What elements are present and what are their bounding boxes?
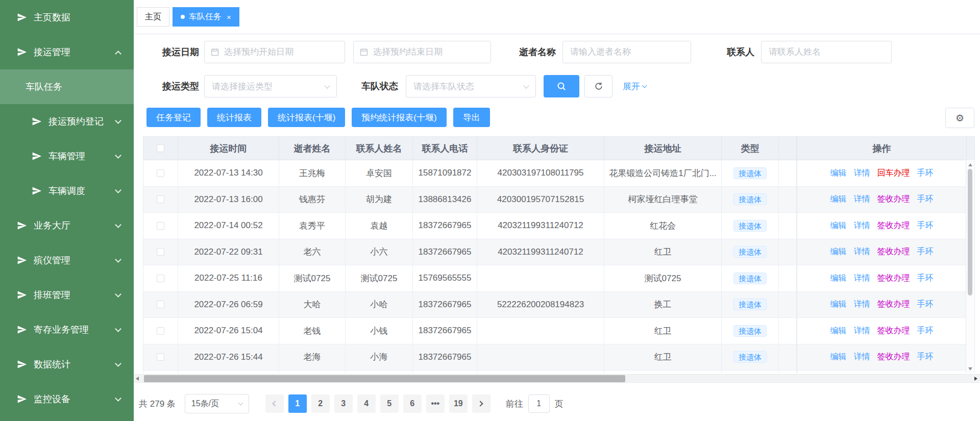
date-start-input[interactable] xyxy=(223,46,338,58)
action-link-magenta[interactable]: 签收办理 xyxy=(877,299,910,310)
row-checkbox[interactable] xyxy=(157,301,164,308)
action-link-blue[interactable]: 手环 xyxy=(917,299,934,310)
action-link-blue[interactable]: 详情 xyxy=(854,194,870,205)
row-checkbox[interactable] xyxy=(157,353,164,361)
refresh-button[interactable] xyxy=(584,75,612,97)
action-link-blue[interactable]: 手环 xyxy=(917,326,934,336)
scroll-up-icon[interactable] xyxy=(968,163,972,166)
table-cell: 18372667965 xyxy=(413,318,477,344)
toolbar-button[interactable]: 导出 xyxy=(453,108,490,127)
action-link-magenta[interactable]: 签收办理 xyxy=(877,273,910,284)
select-all-checkbox[interactable] xyxy=(157,144,164,152)
row-checkbox[interactable] xyxy=(157,195,164,203)
action-link-blue[interactable]: 编辑 xyxy=(830,273,847,284)
row-checkbox[interactable] xyxy=(157,275,164,282)
page-button[interactable]: 5 xyxy=(380,394,399,413)
action-link-blue[interactable]: 编辑 xyxy=(830,168,847,179)
horizontal-scrollbar[interactable] xyxy=(134,374,980,383)
scroll-right-icon[interactable] xyxy=(974,377,977,381)
action-link-blue[interactable]: 手环 xyxy=(917,194,934,205)
page-button[interactable]: 3 xyxy=(334,394,353,413)
action-link-blue[interactable]: 详情 xyxy=(854,168,870,179)
sidebar-item[interactable]: 排班管理 xyxy=(0,278,134,312)
action-link-blue[interactable]: 详情 xyxy=(854,326,870,336)
sidebar-item[interactable]: 监控设备 xyxy=(0,382,134,416)
expand-link[interactable]: 展开 xyxy=(623,75,646,97)
action-link-blue[interactable]: 编辑 xyxy=(830,194,847,205)
vertical-scrollbar[interactable] xyxy=(966,161,974,373)
page-size-select[interactable]: 15条/页 xyxy=(185,394,249,413)
tab-close-icon[interactable]: × xyxy=(227,13,231,21)
column-settings-button[interactable]: ⚙ xyxy=(945,108,974,128)
action-link-blue[interactable]: 手环 xyxy=(917,273,934,284)
table-row: 2022-07-25 11:16测试0725测试072515769565555测… xyxy=(143,265,974,292)
action-link-blue[interactable]: 详情 xyxy=(854,352,870,362)
page-button[interactable]: 6 xyxy=(403,394,422,413)
action-link-magenta[interactable]: 签收办理 xyxy=(877,246,910,257)
page-button[interactable]: 2 xyxy=(311,394,330,413)
row-checkbox[interactable] xyxy=(157,169,164,177)
action-link-blue[interactable]: 详情 xyxy=(854,299,870,310)
page-button[interactable]: 4 xyxy=(357,394,376,413)
toolbar-button[interactable]: 任务登记 xyxy=(146,108,201,127)
action-link-blue[interactable]: 编辑 xyxy=(830,299,847,310)
pickup-type-select[interactable]: 请选择接运类型 xyxy=(204,75,337,97)
action-link-blue[interactable]: 编辑 xyxy=(830,246,847,257)
action-link-blue[interactable]: 手环 xyxy=(917,246,934,257)
tab-fleet-task[interactable]: 车队任务 × xyxy=(173,7,239,27)
sidebar-item[interactable]: 寄存业务管理 xyxy=(0,312,134,347)
row-checkbox[interactable] xyxy=(157,222,164,230)
action-link-blue[interactable]: 手环 xyxy=(917,352,934,362)
sidebar-item[interactable]: 数据统计 xyxy=(0,347,134,382)
sidebar-item[interactable]: 车辆管理 xyxy=(0,139,134,174)
row-checkbox[interactable] xyxy=(157,327,164,335)
prev-page-button[interactable] xyxy=(265,394,284,413)
page-button[interactable]: 1 xyxy=(288,394,307,413)
action-link-red[interactable]: 回车办理 xyxy=(877,168,910,179)
action-link-magenta[interactable]: 签收办理 xyxy=(877,326,910,336)
sidebar-item[interactable]: 车队任务 xyxy=(0,69,134,104)
toolbar-button[interactable]: 统计报表 xyxy=(207,108,261,127)
sidebar-item[interactable]: 接运预约登记 xyxy=(0,104,134,139)
action-link-magenta[interactable]: 签收办理 xyxy=(877,352,910,362)
sidebar-item[interactable]: 车辆调度 xyxy=(0,174,134,208)
gear-icon: ⚙ xyxy=(955,112,964,124)
sidebar-item[interactable]: 殡仪管理 xyxy=(0,243,134,278)
goto-page-input[interactable] xyxy=(528,394,550,413)
sidebar-item[interactable]: 接运管理 xyxy=(0,35,134,69)
action-link-magenta[interactable]: 签收办理 xyxy=(877,194,910,205)
action-link-blue[interactable]: 详情 xyxy=(854,273,870,284)
toolbar-button[interactable]: 统计报表(十堰) xyxy=(268,108,345,127)
fleet-status-select[interactable]: 请选择车队状态 xyxy=(406,75,536,97)
sidebar-item[interactable]: 主页数据 xyxy=(0,0,134,35)
action-link-blue[interactable]: 手环 xyxy=(917,168,934,179)
chevron-down-icon xyxy=(115,395,121,402)
row-checkbox[interactable] xyxy=(157,248,164,256)
pickup-type-label: 接运类型 xyxy=(134,75,199,97)
sidebar-item[interactable]: 业务大厅 xyxy=(0,208,134,243)
type-cell: 接遗体 xyxy=(722,213,779,239)
contact-input[interactable] xyxy=(768,46,885,58)
pickup-date-label: 接运日期 xyxy=(134,41,199,63)
deceased-name-input[interactable] xyxy=(569,46,684,58)
action-link-blue[interactable]: 编辑 xyxy=(830,220,847,231)
action-link-blue[interactable]: 手环 xyxy=(917,220,934,231)
tab-home[interactable]: 主页 xyxy=(137,7,169,27)
action-link-magenta[interactable]: 签收办理 xyxy=(877,220,910,231)
action-link-blue[interactable]: 详情 xyxy=(854,246,870,257)
search-button[interactable] xyxy=(544,75,579,97)
table-row: 2022-07-26 15:04老钱小钱18372667965红卫接遗体编辑详情… xyxy=(143,318,974,344)
scroll-down-icon[interactable] xyxy=(968,367,972,370)
next-page-button[interactable] xyxy=(472,394,491,413)
spacer-cell xyxy=(779,160,797,187)
scroll-left-icon[interactable] xyxy=(136,377,139,381)
action-link-blue[interactable]: 编辑 xyxy=(830,352,847,362)
vertical-scrollbar-thumb[interactable] xyxy=(968,169,972,295)
horizontal-scrollbar-thumb[interactable] xyxy=(144,375,625,382)
date-end-input[interactable] xyxy=(372,46,484,58)
toolbar-button[interactable]: 预约统计报表(十堰) xyxy=(352,108,446,127)
action-link-blue[interactable]: 编辑 xyxy=(830,326,847,336)
page-button[interactable]: 19 xyxy=(449,394,468,413)
page-ellipsis[interactable]: ••• xyxy=(426,394,445,413)
action-link-blue[interactable]: 详情 xyxy=(854,220,870,231)
